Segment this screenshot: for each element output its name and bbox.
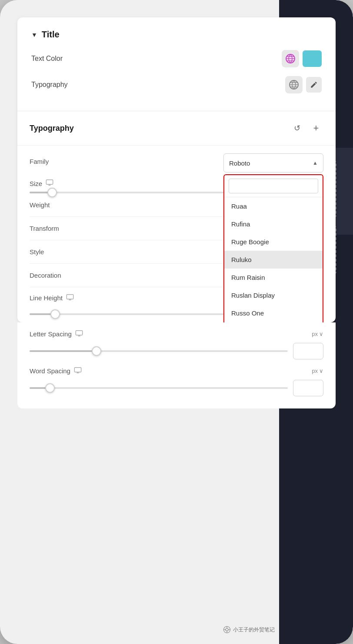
word-spacing-caret: ∨ — [319, 368, 323, 374]
svg-rect-8 — [46, 180, 53, 185]
font-family-dropdown[interactable]: Roboto ▲ RuaaRufinaRuge BoogieRulukoRum … — [223, 153, 323, 173]
family-label: Family — [30, 153, 49, 165]
text-color-row: Text Color — [31, 50, 322, 67]
dropdown-caret-icon: ▲ — [313, 160, 318, 166]
typography-edit-btn[interactable] — [306, 77, 322, 93]
letter-spacing-slider-track[interactable] — [30, 350, 288, 352]
font-search-input[interactable] — [229, 179, 318, 193]
letter-spacing-px: px — [312, 331, 318, 337]
list-item[interactable]: Ruluko — [224, 251, 323, 269]
word-spacing-value-input[interactable] — [293, 380, 323, 396]
text-color-swatch[interactable] — [303, 50, 322, 67]
list-item[interactable]: Ruge Boogie — [224, 233, 323, 251]
monitor-icon-letter-spacing — [75, 330, 83, 338]
reset-button[interactable]: ↺ — [290, 121, 304, 136]
title-header: ▼ Title — [31, 30, 322, 40]
word-spacing-slider-row — [30, 380, 323, 396]
typography-panel-title: Typography — [30, 124, 74, 133]
typography-row: Typography — [31, 76, 322, 93]
letter-spacing-label: Letter Spacing — [30, 330, 72, 338]
typography-panel-wrapper: Typography ↺ + Family Roboto ▲ — [17, 111, 336, 322]
typography-panel-header: Typography ↺ + — [17, 111, 336, 146]
list-item[interactable]: Ruslan Display — [224, 286, 323, 304]
list-item[interactable]: Rum Raisin — [224, 269, 323, 286]
word-spacing-px: px — [312, 368, 318, 374]
letter-spacing-section: Letter Spacing px ∨ — [30, 322, 323, 359]
monitor-icon-word-spacing — [74, 367, 82, 375]
watermark-icon — [223, 626, 231, 634]
svg-point-21 — [226, 628, 228, 631]
word-spacing-section: Word Spacing px ∨ — [30, 359, 323, 408]
svg-rect-17 — [74, 368, 81, 372]
font-search-area — [224, 175, 323, 197]
decoration-label: Decoration — [30, 272, 61, 279]
text-color-label: Text Color — [31, 55, 63, 63]
section-title: Title — [42, 30, 60, 40]
monitor-icon-line-height — [66, 294, 74, 302]
bottom-spacing-panel: Letter Spacing px ∨ — [17, 322, 336, 408]
line-height-label-row: Line Height — [30, 294, 74, 302]
typography-actions — [285, 76, 322, 93]
add-button[interactable]: + — [309, 121, 323, 136]
size-label-row: Size — [30, 179, 53, 187]
typography-label: Typography — [31, 81, 68, 89]
title-section: ▼ Title Text Color — [17, 17, 336, 111]
typography-header-actions: ↺ + — [290, 121, 323, 136]
list-item[interactable]: Rufina — [224, 215, 323, 233]
text-color-global-btn[interactable] — [282, 50, 299, 67]
letter-spacing-slider-row — [30, 343, 323, 359]
text-color-actions — [282, 50, 322, 67]
settings-panel: ▼ Title Text Color — [17, 17, 336, 322]
selected-font-label: Roboto — [229, 159, 250, 167]
svg-rect-14 — [76, 331, 82, 335]
collapse-arrow-icon[interactable]: ▼ — [31, 31, 37, 38]
word-spacing-unit[interactable]: px ∨ — [312, 368, 323, 374]
font-list: RuaaRufinaRuge BoogieRulukoRum RaisinRus… — [224, 197, 323, 336]
family-row: Family Roboto ▲ — [30, 146, 323, 173]
watermark-text: 小王子的外贸笔记 — [233, 626, 275, 634]
svg-rect-11 — [67, 295, 73, 299]
line-height-label: Line Height — [30, 294, 63, 302]
list-item[interactable]: Russo One — [224, 304, 323, 322]
word-spacing-label-row: Word Spacing — [30, 367, 82, 375]
letter-spacing-label-row: Letter Spacing — [30, 330, 83, 338]
letter-spacing-value-input[interactable] — [293, 343, 323, 359]
dropdown-trigger[interactable]: Roboto ▲ — [223, 153, 323, 173]
word-spacing-label: Word Spacing — [30, 367, 70, 375]
transform-label: Transform — [30, 225, 59, 232]
globe-icon-2 — [289, 80, 299, 90]
globe-icon — [285, 53, 296, 64]
typography-global-btn[interactable] — [285, 76, 303, 93]
list-item[interactable]: Ruaa — [224, 197, 323, 215]
letter-spacing-caret: ∨ — [319, 331, 323, 337]
weight-label: Weight — [30, 201, 50, 209]
font-dropdown-list: RuaaRufinaRuge BoogieRulukoRum RaisinRus… — [223, 174, 323, 337]
pencil-icon — [310, 81, 318, 89]
letter-spacing-unit[interactable]: px ∨ — [312, 331, 323, 337]
typography-body: Family Roboto ▲ — [17, 146, 336, 322]
word-spacing-slider-track[interactable] — [30, 387, 288, 389]
style-label: Style — [30, 248, 44, 256]
monitor-icon-size — [46, 179, 53, 187]
watermark: 小王子的外贸笔记 — [223, 626, 275, 634]
phone-frame: ▼ Title Text Color — [0, 0, 353, 644]
size-label: Size — [30, 180, 42, 187]
